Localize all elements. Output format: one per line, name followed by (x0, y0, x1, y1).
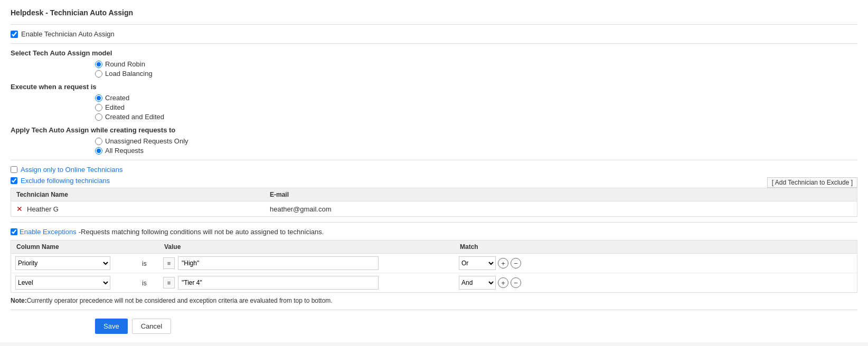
table-row: ✕ Heather G heather@gmail.com (11, 201, 857, 216)
model-load-balancing-row: Load Balancing (95, 70, 857, 78)
tech-email-value: heather@gmail.com (270, 205, 852, 213)
exc-remove-button-1[interactable]: − (511, 258, 521, 268)
exc-match-cell-2: Or And + − (459, 276, 564, 290)
apply-unassigned-label: Unassigned Requests Only (105, 137, 188, 145)
exc-match-select-2[interactable]: Or And (459, 276, 496, 290)
note-label: Note: (11, 297, 27, 304)
exceptions-header: Enable Exceptions -Requests matching fol… (11, 228, 857, 236)
execute-created-edited-radio[interactable] (95, 113, 102, 121)
exc-table-header: Column Name Value Match (11, 241, 857, 254)
exc-value-icon-1[interactable]: ≡ (163, 257, 175, 269)
exc-value-cell-2: ≡ (163, 276, 459, 290)
enable-exceptions-checkbox[interactable] (11, 228, 17, 235)
tech-name-value: Heather G (27, 205, 59, 213)
execute-label: Execute when a request is (11, 83, 857, 91)
exc-is-label-1: is (142, 260, 147, 267)
execute-created-edited-label: Created and Edited (105, 113, 164, 121)
model-round-robin-radio[interactable] (95, 61, 102, 68)
enable-auto-assign-label: Enable Technician Auto Assign (21, 30, 115, 38)
tech-name-cell: ✕ Heather G (16, 205, 270, 213)
tech-email-col-header: E-mail (270, 191, 852, 198)
exc-col-match-header: Match (460, 243, 565, 251)
exc-is-label-2: is (142, 280, 147, 287)
exc-value-icon-2[interactable]: ≡ (163, 277, 175, 289)
tech-name-col-header: Technician Name (16, 191, 270, 198)
exc-value-cell-1: ≡ (163, 256, 459, 270)
exclude-link-row: Exclude following technicians (11, 177, 110, 185)
apply-unassigned-radio[interactable] (95, 138, 102, 145)
page-container: Helpdesk - Technician Auto Assign Enable… (0, 0, 868, 342)
model-load-balancing-label: Load Balancing (105, 70, 153, 78)
execute-radio-group: Created Edited Created and Edited (95, 94, 857, 121)
execute-section: Execute when a request is Created Edited… (11, 83, 857, 121)
exc-col-value-header: Value (164, 243, 460, 251)
exc-col-is-header (143, 243, 164, 251)
exc-column-cell-1: Priority Level Status Category Group (15, 256, 142, 270)
apply-section: Apply Tech Auto Assign while creating re… (11, 126, 857, 155)
exclude-link[interactable]: Exclude following technicians (21, 177, 110, 185)
delete-technician-icon[interactable]: ✕ (16, 205, 23, 213)
model-section: Select Tech Auto Assign model Round Robi… (11, 49, 857, 78)
enable-exceptions-description: -Requests matching following conditions … (79, 228, 324, 236)
action-buttons: Save Cancel (11, 319, 857, 334)
technicians-table: Technician Name E-mail ✕ Heather G heath… (11, 188, 857, 217)
model-round-robin-label: Round Robin (105, 60, 145, 68)
exc-match-cell-1: Or And + − (459, 256, 564, 270)
page-title: Helpdesk - Technician Auto Assign (11, 8, 857, 17)
model-radio-group: Round Robin Load Balancing (95, 60, 857, 78)
model-round-robin-row: Round Robin (95, 60, 857, 68)
apply-all-radio[interactable] (95, 147, 102, 155)
save-button[interactable]: Save (95, 319, 128, 334)
exc-is-cell-2: is (142, 279, 163, 287)
model-label: Select Tech Auto Assign model (11, 49, 857, 57)
execute-created-edited-row: Created and Edited (95, 113, 857, 121)
exc-remove-button-2[interactable]: − (511, 277, 521, 288)
cancel-button[interactable]: Cancel (132, 319, 171, 334)
apply-radio-group: Unassigned Requests Only All Requests (95, 137, 857, 155)
execute-created-label: Created (105, 94, 129, 102)
note-text: Note:Currently operator precedence will … (11, 297, 857, 304)
exc-value-input-2[interactable] (178, 276, 379, 290)
execute-created-row: Created (95, 94, 857, 102)
exc-add-button-1[interactable]: + (498, 258, 508, 268)
model-load-balancing-radio[interactable] (95, 70, 102, 78)
enable-exceptions-link[interactable]: Enable Exceptions (20, 228, 77, 236)
execute-created-radio[interactable] (95, 94, 102, 102)
apply-all-row: All Requests (95, 147, 857, 155)
table-row: Priority Level Status Category Group is … (11, 254, 857, 273)
exc-value-input-1[interactable] (178, 256, 379, 270)
execute-edited-label: Edited (105, 103, 125, 111)
technicians-table-header: Technician Name E-mail (11, 188, 857, 201)
apply-label: Apply Tech Auto Assign while creating re… (11, 126, 857, 134)
assign-online-link[interactable]: Assign only to Online Technicians (21, 166, 122, 174)
note-content: Currently operator precedence will not b… (27, 297, 333, 304)
exc-match-select-1[interactable]: Or And (459, 256, 496, 270)
exceptions-table: Column Name Value Match Priority Level S… (11, 240, 857, 293)
exc-column-select-1[interactable]: Priority Level Status Category Group (15, 256, 110, 270)
exc-add-button-2[interactable]: + (498, 277, 508, 288)
apply-unassigned-row: Unassigned Requests Only (95, 137, 857, 145)
assign-online-checkbox[interactable] (11, 166, 17, 173)
execute-edited-radio[interactable] (95, 104, 102, 111)
add-technician-button[interactable]: [ Add Technician to Exclude ] (767, 177, 857, 188)
assign-online-row: Assign only to Online Technicians (11, 166, 857, 174)
exc-column-select-2[interactable]: Priority Level Status Category Group (15, 276, 110, 290)
exclude-header: Exclude following technicians [ Add Tech… (11, 177, 857, 188)
exc-is-cell-1: is (142, 260, 163, 267)
exc-col-name-header: Column Name (16, 243, 143, 251)
apply-all-label: All Requests (105, 147, 144, 155)
enable-auto-assign-checkbox[interactable] (11, 31, 18, 38)
exceptions-section: Enable Exceptions -Requests matching fol… (11, 228, 857, 304)
execute-edited-row: Edited (95, 103, 857, 111)
enable-auto-assign-row: Enable Technician Auto Assign (11, 30, 857, 38)
table-row: Priority Level Status Category Group is … (11, 273, 857, 292)
exc-column-cell-2: Priority Level Status Category Group (15, 276, 142, 290)
exclude-checkbox[interactable] (11, 177, 17, 184)
